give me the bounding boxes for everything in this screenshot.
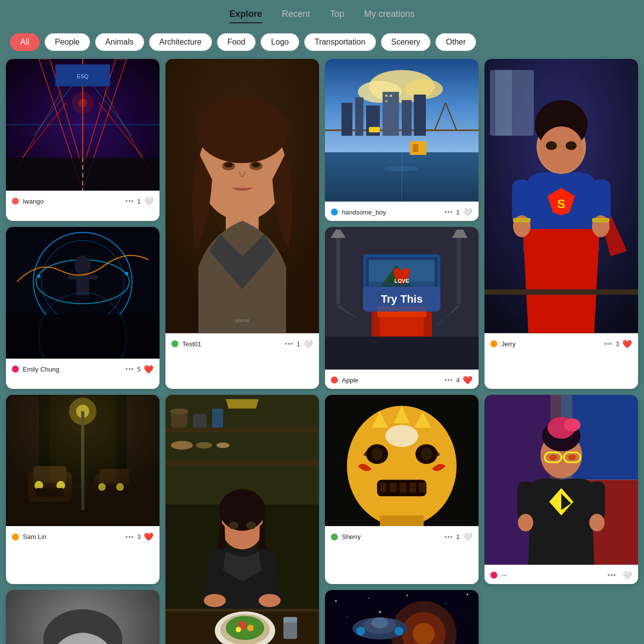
svg-point-121	[171, 441, 193, 450]
more-button[interactable]: •••	[125, 365, 134, 373]
filter-all[interactable]: All	[10, 33, 40, 51]
svg-rect-78	[336, 238, 340, 304]
heart-icon[interactable]: ❤️	[463, 376, 473, 385]
filter-other[interactable]: Other	[435, 33, 476, 51]
more-button[interactable]: •••	[444, 208, 453, 216]
like-count: 3	[137, 533, 141, 540]
card-joyce[interactable]: Joyce ••• 1 🤍	[165, 395, 319, 644]
filter-animals[interactable]: Animals	[95, 33, 144, 51]
svg-point-76	[125, 272, 128, 275]
svg-point-172	[549, 454, 557, 460]
svg-point-202	[356, 627, 365, 636]
avatar-dot	[490, 572, 497, 579]
heart-icon[interactable]: 🤍	[463, 208, 473, 217]
card-apple[interactable]: LOVE Try This Apple ••• 4	[325, 227, 479, 389]
filter-people[interactable]: People	[45, 33, 90, 51]
card-username: Apple	[342, 376, 358, 384]
more-button[interactable]: •••	[444, 376, 453, 384]
svg-rect-46	[413, 144, 418, 153]
svg-point-148	[372, 447, 382, 461]
card-username: •••	[501, 572, 507, 578]
svg-rect-116	[165, 461, 319, 465]
filter-scenery[interactable]: Scenery	[381, 33, 431, 51]
svg-point-44	[385, 166, 418, 171]
svg-point-128	[228, 521, 238, 529]
like-count: 1	[297, 340, 300, 348]
svg-rect-143	[283, 617, 297, 622]
svg-rect-39	[385, 95, 387, 97]
nav-explore[interactable]: Explore	[229, 9, 262, 23]
svg-point-75	[37, 274, 41, 278]
more-button[interactable]: •••	[607, 571, 616, 579]
svg-point-123	[216, 442, 230, 448]
card-hero2[interactable]: ••• ••• 🤍	[484, 395, 638, 584]
heart-icon[interactable]: ❤️	[144, 532, 154, 541]
svg-point-15	[78, 99, 87, 107]
svg-point-69	[74, 255, 91, 275]
nav-recent[interactable]: Recent	[282, 9, 310, 23]
like-count: 4	[456, 376, 460, 384]
svg-point-118	[170, 408, 189, 414]
svg-rect-92	[325, 336, 479, 369]
heart-icon[interactable]: 🤍	[303, 339, 313, 349]
more-button[interactable]: •••	[604, 340, 613, 348]
svg-point-195	[379, 611, 381, 613]
svg-point-53	[539, 126, 584, 172]
svg-rect-80	[457, 238, 461, 304]
card-iwango[interactable]: ESQ Iwango ••• 1 🤍	[6, 59, 160, 221]
card-handsome-boy[interactable]: handsome_boy ••• 1 🤍	[325, 59, 479, 221]
card-sam-lin[interactable]: Sam Lin ••• 3 ❤️	[6, 395, 160, 584]
svg-rect-34	[355, 97, 364, 135]
svg-rect-62	[592, 218, 609, 222]
svg-rect-112	[50, 395, 116, 483]
svg-point-159	[385, 425, 418, 447]
like-count: 3	[616, 340, 619, 348]
svg-point-168	[564, 418, 581, 431]
avatar-dot	[12, 366, 19, 373]
avatar-dot	[331, 376, 338, 383]
svg-rect-70	[76, 273, 90, 295]
nav-my-creations[interactable]: My creations	[364, 9, 415, 23]
more-button[interactable]: •••	[125, 533, 134, 541]
svg-point-178	[589, 514, 604, 531]
card-username: Emily Chung	[23, 366, 59, 373]
more-button[interactable]: •••	[285, 340, 294, 348]
svg-point-54	[546, 141, 557, 150]
filter-architecture[interactable]: Architecture	[149, 33, 212, 51]
filter-food[interactable]: Food	[217, 33, 256, 51]
card-space[interactable]: ••• 🤍	[325, 590, 479, 644]
avatar-dot	[490, 340, 497, 347]
more-button[interactable]: •••	[125, 197, 134, 205]
avatar-dot	[171, 340, 178, 347]
card-sherry[interactable]: Sherry ••• 1 🤍	[325, 395, 479, 584]
svg-point-22	[224, 162, 233, 167]
filter-logo[interactable]: Logo	[261, 33, 299, 51]
svg-rect-33	[341, 103, 352, 136]
card-username: Sherry	[342, 533, 361, 540]
svg-rect-124	[220, 395, 265, 399]
heart-icon[interactable]: ❤️	[622, 339, 632, 349]
svg-rect-47	[369, 127, 380, 132]
svg-point-122	[196, 442, 212, 448]
svg-point-132	[204, 594, 226, 607]
heart-icon[interactable]: 🤍	[144, 197, 154, 206]
filter-transportation[interactable]: Transportation	[304, 33, 376, 51]
svg-rect-72	[88, 275, 98, 279]
more-button[interactable]: •••	[444, 533, 453, 541]
svg-point-133	[259, 594, 280, 607]
heart-icon[interactable]: 🤍	[463, 532, 473, 541]
svg-rect-41	[385, 100, 387, 102]
svg-rect-64	[484, 289, 638, 295]
svg-point-201	[372, 617, 388, 628]
like-count: 1	[456, 209, 460, 216]
nav-top[interactable]: Top	[330, 9, 344, 23]
heart-icon[interactable]: ❤️	[144, 365, 154, 374]
card-emily-chung[interactable]: Emily Chung ••• 5 ❤️	[6, 227, 160, 389]
card-bw-portrait[interactable]: ••• 🤍	[6, 590, 160, 644]
svg-point-129	[246, 521, 256, 529]
card-test01[interactable]: portrait Test01 ••• 1 🤍	[165, 59, 319, 389]
card-jerry[interactable]: S Jerry	[484, 59, 638, 389]
heart-icon[interactable]: 🤍	[622, 571, 632, 580]
card-username: Iwango	[23, 198, 44, 205]
card-username: Jerry	[501, 340, 516, 348]
